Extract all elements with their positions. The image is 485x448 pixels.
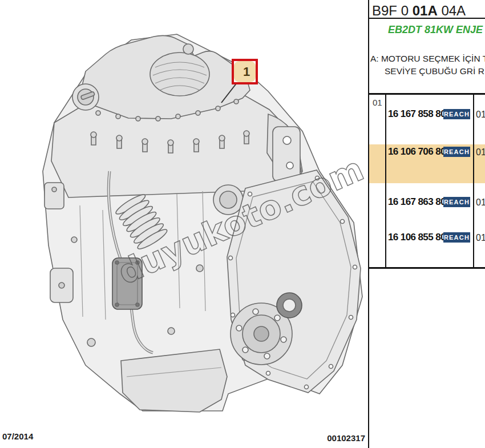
catalog-code-prefix: B9F 0 <box>372 3 413 18</box>
catalog-page: duyukoto.com 1 07/2014 00102317 B9F 0 01… <box>0 0 485 448</box>
catalog-code: B9F 0 01A 04A <box>372 3 466 19</box>
engine-variant-label: EB2DT 81KW ENJE <box>388 24 483 36</box>
part-callout-fill: 1 <box>234 61 256 82</box>
part-quantity: 01 <box>476 110 485 120</box>
engine-illustration: duyukoto.com <box>0 0 368 448</box>
reach-badge[interactable]: REACH <box>443 197 470 207</box>
part-row-selected[interactable]: 16 106 706 80 REACH 01 <box>369 146 485 159</box>
item-reference-number: 01 <box>373 98 382 107</box>
note-line-1: A: MOTORU SEÇMEK İÇİN T <box>370 54 485 64</box>
part-number[interactable]: 16 167 863 80 <box>388 196 446 208</box>
part-row[interactable]: 16 167 863 80 REACH 01 <box>369 196 485 209</box>
part-row[interactable]: 16 167 858 80 REACH 01 <box>369 108 485 121</box>
figure-area: duyukoto.com 1 07/2014 00102317 <box>0 0 368 448</box>
part-number[interactable]: 16 167 858 80 <box>388 108 446 120</box>
part-row[interactable]: 16 106 855 80 REACH 01 <box>369 232 485 244</box>
catalog-code-main: 01A <box>413 3 438 18</box>
catalog-date: 07/2014 <box>2 431 33 441</box>
part-number[interactable]: 16 106 855 80 <box>388 232 446 243</box>
reach-badge[interactable]: REACH <box>443 147 470 157</box>
parts-table: 01 16 167 858 80 REACH 01 16 106 706 80 … <box>369 93 485 269</box>
document-number: 00102317 <box>317 433 365 443</box>
reach-badge[interactable]: REACH <box>443 232 470 243</box>
reach-badge[interactable]: REACH <box>443 109 470 119</box>
part-quantity: 01 <box>476 147 485 158</box>
part-callout-1[interactable]: 1 <box>232 59 258 84</box>
part-callout-label: 1 <box>243 64 250 79</box>
part-quantity: 01 <box>476 233 485 243</box>
parts-panel: B9F 0 01A 04A EB2DT 81KW ENJE A: MOTORU … <box>368 0 485 448</box>
part-number[interactable]: 16 106 706 80 <box>388 146 446 158</box>
note-line-2: SEVİYE ÇUBUĞU GRİ R <box>385 66 484 76</box>
panel-header: B9F 0 01A 04A <box>369 2 485 19</box>
catalog-code-suffix: 04A <box>438 3 466 18</box>
part-quantity: 01 <box>476 197 485 208</box>
